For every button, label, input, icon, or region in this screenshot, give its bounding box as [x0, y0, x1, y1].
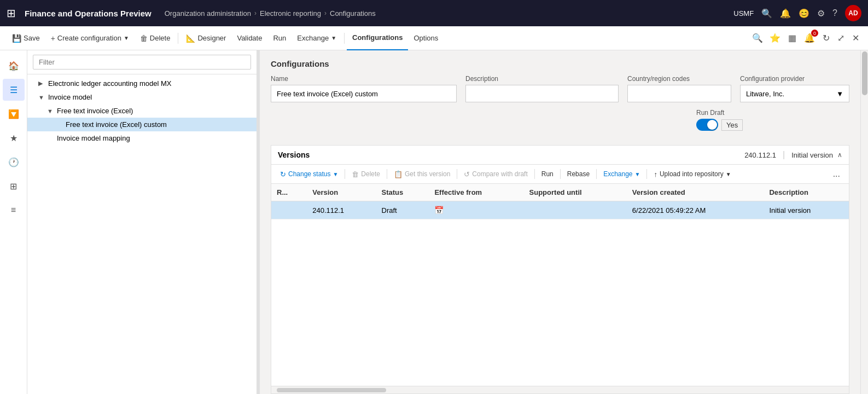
nav-list[interactable]: ☰ — [3, 79, 25, 101]
tree-panel: ▶ Electronic ledger accounting model MX … — [27, 50, 257, 394]
tree-item-invoice-model[interactable]: ▼ Invoice model — [27, 90, 257, 104]
tree-item-electronic-ledger[interactable]: ▶ Electronic ledger accounting model MX — [27, 77, 257, 90]
hscroll-thumb[interactable] — [277, 388, 386, 392]
top-bar-right: USMF 🔍 🔔 😊 ⚙ ? AD — [733, 5, 861, 21]
versions-table: R... Version Status Effective from Suppo… — [271, 184, 849, 219]
ver-exchange-button[interactable]: Exchange ▼ — [599, 168, 644, 180]
section-title: Configurations — [271, 59, 849, 68]
notification-icon[interactable]: 🔔 — [780, 8, 791, 19]
columns-icon[interactable]: ▦ — [786, 31, 799, 45]
country-label: Country/region codes — [627, 75, 731, 83]
name-input[interactable] — [271, 85, 457, 102]
name-label: Name — [271, 75, 457, 83]
form-row-1: Name Description Country/region codes Co… — [271, 75, 849, 102]
country-input[interactable] — [627, 85, 731, 102]
versions-meta: 240.112.1 — [744, 151, 776, 159]
col-status: Status — [376, 184, 429, 201]
breadcrumb-org[interactable]: Organization administration — [165, 9, 251, 18]
upload-repository-button[interactable]: ↑ Upload into repository ▼ — [649, 168, 735, 181]
settings-icon[interactable]: ⚙ — [817, 8, 825, 19]
rebase-button[interactable]: Rebase — [563, 168, 594, 180]
versions-collapse-icon[interactable]: ∧ — [837, 151, 842, 159]
create-configuration-button[interactable]: + Create configuration ▼ — [45, 26, 135, 50]
right-scrollbar[interactable] — [860, 50, 868, 394]
breadcrumb-configs[interactable]: Configurations — [330, 9, 376, 18]
favorite-icon[interactable]: ⭐ — [767, 31, 783, 45]
apps-icon[interactable]: ⊞ — [7, 7, 16, 20]
breadcrumb-sep-2: › — [324, 9, 327, 17]
col-description: Description — [764, 184, 849, 201]
validate-button[interactable]: Validate — [231, 26, 267, 50]
nav-filter[interactable]: 🔽 — [3, 103, 25, 125]
change-status-button[interactable]: ↻ Change status ▼ — [276, 168, 342, 181]
exchange-dd-icon: ▼ — [635, 171, 640, 177]
compare-draft-button[interactable]: ↺ Compare with draft — [459, 168, 532, 181]
nav-clock[interactable]: 🕐 — [3, 151, 25, 173]
col-effective-from: Effective from — [429, 184, 523, 201]
search-icon[interactable]: 🔍 — [761, 8, 772, 19]
form-section: Configurations Name Description Country/… — [260, 50, 860, 140]
upload-icon: ↑ — [654, 170, 657, 178]
fullscreen-icon[interactable]: ⤢ — [835, 31, 847, 45]
versions-sep: | — [783, 150, 785, 160]
close-icon[interactable]: ✕ — [850, 31, 861, 45]
compare-icon: ↺ — [464, 170, 470, 178]
help-icon[interactable]: ? — [832, 8, 837, 18]
exchange-button[interactable]: Exchange ▼ — [292, 26, 342, 50]
tree-filter — [27, 50, 257, 74]
create-config-dropdown-icon: ▼ — [124, 35, 129, 41]
tree-item-free-text-excel[interactable]: ▼ Free text invoice (Excel) — [27, 104, 257, 118]
table-row[interactable]: 240.112.1 Draft 📅 6/22/2021 05:49:22 AM … — [271, 201, 849, 219]
get-this-version-button[interactable]: 📋 Get this version — [389, 168, 455, 181]
nav-grid[interactable]: ⊞ — [3, 175, 25, 197]
ver-run-button[interactable]: Run — [537, 168, 558, 180]
ver-sep-1 — [345, 169, 345, 179]
tree-item-invoice-model-mapping[interactable]: Invoice model mapping — [27, 131, 257, 145]
change-status-dropdown: ▼ — [333, 171, 338, 177]
configurations-tab[interactable]: Configurations — [347, 26, 408, 50]
ver-sep-7 — [646, 169, 647, 179]
delete-button[interactable]: 🗑 Delete — [135, 26, 176, 50]
ver-delete-button[interactable]: 🗑 Delete — [347, 168, 385, 181]
calendar-icon[interactable]: 📅 — [434, 206, 444, 215]
designer-button[interactable]: 📐 Designer — [180, 26, 231, 50]
ver-sep-4 — [534, 169, 535, 179]
versions-title: Versions — [278, 150, 740, 159]
description-input[interactable] — [465, 85, 619, 102]
env-label: USMF — [733, 9, 754, 18]
col-version-created: Version created — [627, 184, 764, 201]
nav-items[interactable]: ≡ — [3, 199, 25, 221]
notifications-badge-icon[interactable]: 🔔 0 — [802, 31, 817, 45]
avatar[interactable]: AD — [845, 5, 861, 21]
country-field: Country/region codes — [627, 75, 731, 102]
nav-home[interactable]: 🏠 — [3, 55, 25, 77]
tree-item-free-text-excel-custom[interactable]: Free text invoice (Excel) custom — [27, 118, 257, 131]
top-bar: ⊞ Finance and Operations Preview Organiz… — [0, 0, 868, 26]
breadcrumb-er[interactable]: Electronic reporting — [260, 9, 321, 18]
exchange-dropdown-icon: ▼ — [331, 35, 336, 41]
ver-more-button[interactable]: ... — [829, 167, 844, 181]
refresh-icon[interactable]: ↻ — [820, 31, 832, 45]
nav-star[interactable]: ★ — [3, 127, 25, 149]
left-nav: 🏠 ☰ 🔽 ★ 🕐 ⊞ ≡ — [0, 50, 27, 394]
toolbar-right-icons: ⭐ ▦ 🔔 0 ↻ ⤢ ✕ — [767, 31, 861, 45]
col-version: Version — [307, 184, 376, 201]
expand-icon: ▶ — [38, 80, 46, 87]
filter-input[interactable] — [33, 55, 251, 69]
description-field: Description — [465, 75, 619, 102]
tree-content: ▶ Electronic ledger accounting model MX … — [27, 74, 257, 394]
ver-sep-2 — [387, 169, 387, 179]
options-tab[interactable]: Options — [408, 26, 444, 50]
emoji-icon[interactable]: 😊 — [799, 8, 809, 19]
search-toolbar-icon[interactable]: 🔍 — [752, 33, 763, 43]
run-draft-toggle[interactable] — [696, 119, 718, 131]
horizontal-scrollbar[interactable] — [271, 386, 849, 393]
provider-select[interactable]: Litware, Inc. ▼ — [740, 85, 849, 102]
versions-scroll[interactable]: R... Version Status Effective from Suppo… — [271, 184, 849, 386]
get-version-icon: 📋 — [394, 170, 403, 178]
app-title: Finance and Operations Preview — [25, 9, 152, 18]
run-button[interactable]: Run — [267, 26, 292, 50]
save-button[interactable]: 💾 Save — [7, 26, 45, 50]
cell-supported-until — [524, 201, 627, 219]
scrollbar-thumb[interactable] — [862, 51, 867, 95]
